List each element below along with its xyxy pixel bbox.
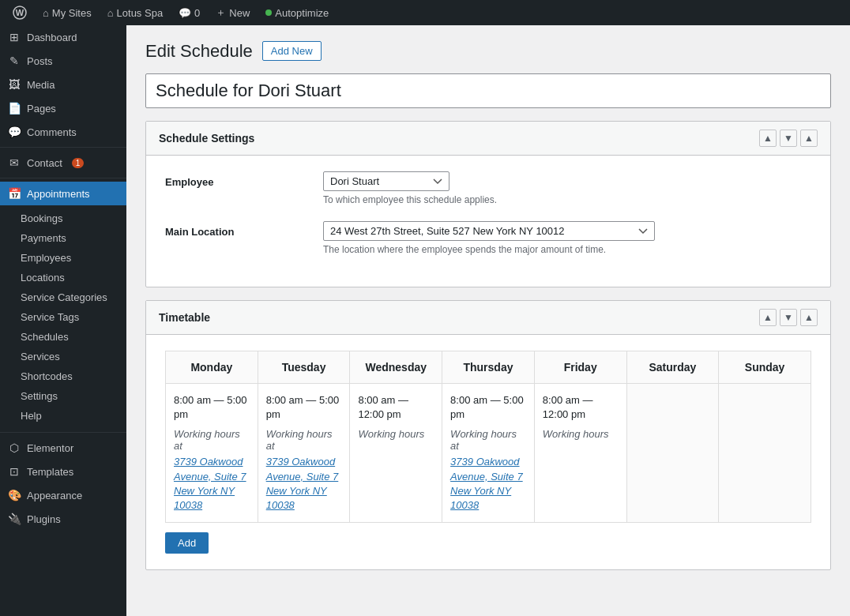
panel-controls: ▲ ▼ ▲ xyxy=(759,130,818,147)
comments-link[interactable]: 💬 0 xyxy=(172,0,206,25)
location-select[interactable]: 24 West 27th Street, Suite 527 New York … xyxy=(323,221,655,241)
sidebar-item-comments[interactable]: 💬 Comments xyxy=(0,120,126,144)
schedule-settings-panel: Schedule Settings ▲ ▼ ▲ Employee Dori St… xyxy=(145,121,831,287)
schedule-settings-header: Schedule Settings ▲ ▼ ▲ xyxy=(146,122,830,156)
cell-saturday[interactable] xyxy=(626,384,719,523)
employee-row: Employee Dori StuartJane SmithBob Jones … xyxy=(165,171,811,205)
timetable-head: Monday Tuesday Wednesday Thursday Friday… xyxy=(166,351,811,384)
sidebar-item-help[interactable]: Help xyxy=(0,406,126,426)
my-sites-link[interactable]: ⌂ My Sites xyxy=(36,0,98,25)
sidebar-item-payments[interactable]: Payments xyxy=(0,228,126,248)
contact-icon: ✉ xyxy=(8,156,21,169)
thursday-working: Working hours at xyxy=(450,428,526,452)
location-hint: The location where the employee spends t… xyxy=(323,244,811,255)
timetable-collapse-down-button[interactable]: ▼ xyxy=(780,309,797,326)
cell-tuesday[interactable]: 8:00 am — 5:00 pm Working hours at 3739 … xyxy=(258,384,350,523)
tuesday-working: Working hours at xyxy=(266,428,342,452)
schedule-settings-body: Employee Dori StuartJane SmithBob Jones … xyxy=(146,156,830,287)
site-link[interactable]: ⌂ Lotus Spa xyxy=(101,0,169,25)
sidebar-item-locations[interactable]: Locations xyxy=(0,268,126,287)
sidebar-item-shortcodes[interactable]: Shortcodes xyxy=(0,366,126,386)
thursday-link[interactable]: 3739 Oakwood Avenue, Suite 7 New York NY… xyxy=(450,456,523,511)
employee-select[interactable]: Dori StuartJane SmithBob Jones xyxy=(323,171,449,191)
friday-time: 8:00 am — 12:00 pm xyxy=(543,393,619,422)
timetable-table: Monday Tuesday Wednesday Thursday Friday… xyxy=(165,351,811,523)
timetable-panel: Timetable ▲ ▼ ▲ Monday Tuesday Wednesday xyxy=(145,300,831,570)
comments-icon: 💬 xyxy=(8,126,21,138)
plus-icon: ＋ xyxy=(216,6,226,20)
add-button[interactable]: Add xyxy=(165,532,209,554)
location-field: 24 West 27th Street, Suite 527 New York … xyxy=(323,221,811,255)
wednesday-working: Working hours xyxy=(358,428,434,440)
page-title: Edit Schedule xyxy=(145,43,253,60)
day-header-thursday: Thursday xyxy=(442,351,535,384)
day-header-wednesday: Wednesday xyxy=(350,351,442,384)
cell-thursday[interactable]: 8:00 am — 5:00 pm Working hours at 3739 … xyxy=(442,384,535,523)
wp-logo[interactable]: W xyxy=(6,0,33,25)
monday-time: 8:00 am — 5:00 pm xyxy=(174,393,250,422)
sidebar-item-templates[interactable]: ⊡ Templates xyxy=(0,460,126,483)
thursday-time: 8:00 am — 5:00 pm xyxy=(450,393,526,422)
add-new-button[interactable]: Add New xyxy=(262,41,322,61)
sidebar-item-dashboard[interactable]: ⊞ Dashboard xyxy=(0,25,126,49)
elementor-icon: ⬡ xyxy=(8,441,21,454)
employee-hint: To which employee this schedule applies. xyxy=(323,194,811,205)
location-label: Main Location xyxy=(165,221,323,238)
sidebar-item-posts[interactable]: ✎ Posts xyxy=(0,49,126,73)
autoptimize-dot-icon xyxy=(265,9,272,16)
templates-icon: ⊡ xyxy=(8,465,21,478)
new-link[interactable]: ＋ New xyxy=(209,0,256,25)
cell-monday[interactable]: 8:00 am — 5:00 pm Working hours at 3739 … xyxy=(166,384,258,523)
timetable-body: Monday Tuesday Wednesday Thursday Friday… xyxy=(146,335,830,569)
sidebar-item-bookings[interactable]: Bookings xyxy=(0,208,126,228)
sidebar-item-employees[interactable]: Employees xyxy=(0,248,126,268)
home-icon: ⌂ xyxy=(43,7,49,19)
monday-working: Working hours at xyxy=(174,428,250,452)
sidebar-item-media[interactable]: 🖼 Media xyxy=(0,73,126,96)
timetable-body-rows: 8:00 am — 5:00 pm Working hours at 3739 … xyxy=(166,384,811,523)
sidebar-item-appearance[interactable]: 🎨 Appearance xyxy=(0,483,126,507)
panel-collapse-down-button[interactable]: ▼ xyxy=(780,130,797,147)
sidebar-item-services[interactable]: Services xyxy=(0,347,126,366)
sidebar-item-schedules[interactable]: Schedules xyxy=(0,327,126,347)
sidebar-item-settings[interactable]: Settings xyxy=(0,386,126,406)
sidebar-item-appointments[interactable]: 📅 Appointments xyxy=(0,182,126,205)
cell-friday[interactable]: 8:00 am — 12:00 pm Working hours xyxy=(534,384,626,523)
wednesday-time: 8:00 am — 12:00 pm xyxy=(358,393,434,422)
schedule-title-input[interactable] xyxy=(145,73,831,108)
monday-link[interactable]: 3739 Oakwood Avenue, Suite 7 New York NY… xyxy=(174,456,246,511)
day-header-saturday: Saturday xyxy=(626,351,719,384)
comment-icon: 💬 xyxy=(179,7,191,19)
posts-icon: ✎ xyxy=(8,54,21,67)
sidebar-item-pages[interactable]: 📄 Pages xyxy=(0,96,126,120)
panel-toggle-button[interactable]: ▲ xyxy=(800,130,818,147)
page-heading: Edit Schedule Add New xyxy=(145,41,831,61)
timetable-toggle-button[interactable]: ▲ xyxy=(800,309,818,326)
sidebar-item-contact[interactable]: ✉ Contact 1 xyxy=(0,151,126,175)
sidebar-item-elementor[interactable]: ⬡ Elementor xyxy=(0,436,126,460)
timetable-panel-controls: ▲ ▼ ▲ xyxy=(759,309,818,326)
admin-bar: W ⌂ My Sites ⌂ Lotus Spa 💬 0 ＋ New Autop… xyxy=(0,0,850,25)
timetable-wrap: Monday Tuesday Wednesday Thursday Friday… xyxy=(165,351,811,523)
day-header-friday: Friday xyxy=(534,351,626,384)
appearance-icon: 🎨 xyxy=(8,489,21,501)
day-header-sunday: Sunday xyxy=(719,351,811,384)
employee-label: Employee xyxy=(165,171,323,188)
tuesday-time: 8:00 am — 5:00 pm xyxy=(266,393,342,422)
site-home-icon: ⌂ xyxy=(107,7,114,19)
sidebar: ⊞ Dashboard ✎ Posts 🖼 Media 📄 Pages 💬 Co… xyxy=(0,25,126,616)
sidebar-item-plugins[interactable]: 🔌 Plugins xyxy=(0,507,126,531)
main-content: Edit Schedule Add New Schedule Settings … xyxy=(126,25,850,616)
cell-sunday[interactable] xyxy=(719,384,811,523)
tuesday-link[interactable]: 3739 Oakwood Avenue, Suite 7 New York NY… xyxy=(266,456,339,511)
sidebar-item-service-categories[interactable]: Service Categories xyxy=(0,287,126,307)
location-row: Main Location 24 West 27th Street, Suite… xyxy=(165,221,811,255)
cell-wednesday[interactable]: 8:00 am — 12:00 pm Working hours xyxy=(350,384,442,523)
sidebar-item-service-tags[interactable]: Service Tags xyxy=(0,307,126,327)
employee-field: Dori StuartJane SmithBob Jones To which … xyxy=(323,171,811,205)
autoptimize-link[interactable]: Autoptimize xyxy=(259,0,335,25)
timetable-collapse-up-button[interactable]: ▲ xyxy=(759,309,777,326)
dashboard-icon: ⊞ xyxy=(8,31,21,43)
timetable-header-row: Monday Tuesday Wednesday Thursday Friday… xyxy=(166,351,811,384)
panel-collapse-up-button[interactable]: ▲ xyxy=(759,130,777,147)
